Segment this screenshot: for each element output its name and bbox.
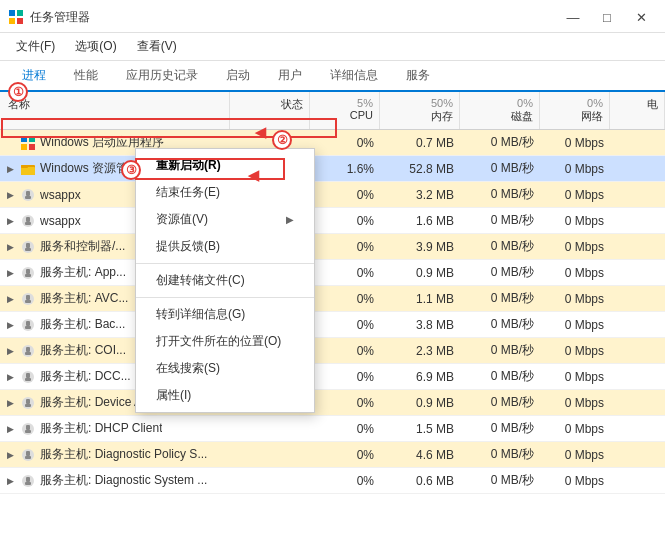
memory-cell: 6.9 MB	[380, 366, 460, 388]
menu-view[interactable]: 查看(V)	[129, 35, 185, 58]
power-cell	[610, 347, 665, 355]
context-menu-item[interactable]: 结束任务(E)	[136, 179, 314, 206]
row-icon	[20, 239, 36, 255]
tab-startup[interactable]: 启动	[212, 61, 264, 92]
context-menu-label: 重新启动(R)	[156, 157, 221, 174]
context-menu-label: 提供反馈(B)	[156, 238, 220, 255]
col-status[interactable]: 状态	[230, 92, 310, 129]
table-row[interactable]: ▶ 服务主机: Bac... 0% 3.8 MB 0 MB/秒 0 Mbps	[0, 312, 665, 338]
table-row[interactable]: ▶ 服务主机: DCC... 0% 6.9 MB 0 MB/秒 0 Mbps	[0, 364, 665, 390]
table-row[interactable]: ▶ 服务主机: Diagnostic System ... 0% 0.6 MB …	[0, 468, 665, 494]
memory-cell: 2.3 MB	[380, 340, 460, 362]
maximize-button[interactable]: □	[591, 6, 623, 28]
power-cell	[610, 425, 665, 433]
close-button[interactable]: ✕	[625, 6, 657, 28]
process-name: wsappx	[40, 214, 81, 228]
expand-arrow[interactable]: ▶	[4, 423, 16, 435]
context-menu: 重新启动(R)结束任务(E)资源值(V)▶提供反馈(B)创建转储文件(C)转到详…	[135, 148, 315, 413]
memory-cell: 4.6 MB	[380, 444, 460, 466]
window-title: 任务管理器	[30, 9, 90, 26]
table-row[interactable]: Windows 启动应用程序 0% 0.7 MB 0 MB/秒 0 Mbps	[0, 130, 665, 156]
context-menu-item[interactable]: 打开文件所在的位置(O)	[136, 328, 314, 355]
expand-arrow[interactable]: ▶	[4, 189, 16, 201]
expand-arrow[interactable]: ▶	[4, 345, 16, 357]
expand-arrow[interactable]: ▶	[4, 397, 16, 409]
svg-rect-22	[25, 274, 31, 277]
memory-cell: 1.6 MB	[380, 210, 460, 232]
context-menu-item[interactable]: 资源值(V)▶	[136, 206, 314, 233]
svg-rect-19	[25, 248, 31, 251]
context-menu-item[interactable]: 重新启动(R)	[136, 152, 314, 179]
network-cell: 0 Mbps	[540, 132, 610, 154]
svg-rect-45	[26, 477, 30, 482]
process-name: 服务和控制器/...	[40, 238, 125, 255]
svg-rect-36	[26, 399, 30, 404]
context-menu-item[interactable]: 在线搜索(S)	[136, 355, 314, 382]
col-power[interactable]: 电	[610, 92, 665, 129]
menu-bar: 文件(F) 选项(O) 查看(V)	[0, 33, 665, 61]
svg-rect-34	[25, 378, 31, 381]
disk-cell: 0 MB/秒	[460, 312, 540, 337]
col-name[interactable]: 名称	[0, 92, 230, 129]
expand-arrow[interactable]: ▶	[4, 241, 16, 253]
col-cpu[interactable]: 5% CPU	[310, 92, 380, 129]
tab-details[interactable]: 详细信息	[316, 61, 392, 92]
expand-arrow[interactable]: ▶	[4, 293, 16, 305]
cpu-cell: 1.6%	[310, 158, 380, 180]
tab-users[interactable]: 用户	[264, 61, 316, 92]
table-row[interactable]: ▶ Windows 资源管理器 1.6% 52.8 MB 0 MB/秒 0 Mb…	[0, 156, 665, 182]
expand-arrow[interactable]: ▶	[4, 163, 16, 175]
table-row[interactable]: ▶ 服务主机: DHCP Client 0% 1.5 MB 0 MB/秒 0 M…	[0, 416, 665, 442]
expand-arrow[interactable]: ▶	[4, 267, 16, 279]
minimize-button[interactable]: —	[557, 6, 589, 28]
expand-arrow[interactable]: ▶	[4, 319, 16, 331]
context-menu-item[interactable]: 转到详细信息(G)	[136, 301, 314, 328]
network-cell: 0 Mbps	[540, 340, 610, 362]
menu-file[interactable]: 文件(F)	[8, 35, 63, 58]
table-body[interactable]: Windows 启动应用程序 0% 0.7 MB 0 MB/秒 0 Mbps ▶…	[0, 130, 665, 544]
context-menu-item[interactable]: 属性(I)	[136, 382, 314, 409]
context-menu-item[interactable]: 提供反馈(B)	[136, 233, 314, 260]
expand-arrow[interactable]: ▶	[4, 215, 16, 227]
context-menu-separator	[136, 263, 314, 264]
col-disk[interactable]: 0% 磁盘	[460, 92, 540, 129]
row-icon	[20, 369, 36, 385]
app-icon	[8, 9, 24, 25]
tab-processes[interactable]: 进程	[8, 61, 60, 92]
network-cell: 0 Mbps	[540, 210, 610, 232]
svg-rect-0	[9, 10, 15, 16]
table-row[interactable]: ▶ wsappx 0% 1.6 MB 0 MB/秒 0 Mbps	[0, 208, 665, 234]
table-row[interactable]: ▶ 服务主机: AVC... 0% 1.1 MB 0 MB/秒 0 Mbps	[0, 286, 665, 312]
power-cell	[610, 165, 665, 173]
table-row[interactable]: ▶ 服务主机: App... 0% 0.9 MB 0 MB/秒 0 Mbps	[0, 260, 665, 286]
tab-app-history[interactable]: 应用历史记录	[112, 61, 212, 92]
network-cell: 0 Mbps	[540, 262, 610, 284]
status-cell	[230, 425, 310, 433]
tab-services[interactable]: 服务	[392, 61, 444, 92]
network-cell: 0 Mbps	[540, 236, 610, 258]
svg-rect-13	[25, 196, 31, 199]
tab-performance[interactable]: 性能	[60, 61, 112, 92]
expand-arrow[interactable]: ▶	[4, 371, 16, 383]
row-icon	[20, 161, 36, 177]
table-row[interactable]: ▶ 服务主机: Device Association ... 0% 0.9 MB…	[0, 390, 665, 416]
main-content: 名称 状态 5% CPU 50% 内存 0% 磁盘 0% 网络 电	[0, 92, 665, 544]
context-menu-label: 属性(I)	[156, 387, 191, 404]
disk-cell: 0 MB/秒	[460, 182, 540, 207]
expand-arrow[interactable]: ▶	[4, 475, 16, 487]
network-cell: 0 Mbps	[540, 288, 610, 310]
col-memory[interactable]: 50% 内存	[380, 92, 460, 129]
process-name: 服务主机: Diagnostic System ...	[40, 472, 207, 489]
table-row[interactable]: ▶ 服务和控制器/... 0% 3.9 MB 0 MB/秒 0 Mbps	[0, 234, 665, 260]
context-menu-item[interactable]: 创建转储文件(C)	[136, 267, 314, 294]
disk-cell: 0 MB/秒	[460, 130, 540, 155]
col-network[interactable]: 0% 网络	[540, 92, 610, 129]
cpu-cell: 0%	[310, 184, 380, 206]
expand-arrow[interactable]: ▶	[4, 449, 16, 461]
table-row[interactable]: ▶ 服务主机: Diagnostic Policy S... 0% 4.6 MB…	[0, 442, 665, 468]
table-row[interactable]: ▶ wsappx 0% 3.2 MB 0 MB/秒 0 Mbps	[0, 182, 665, 208]
menu-options[interactable]: 选项(O)	[67, 35, 124, 58]
table-row[interactable]: ▶ 服务主机: COI... 0% 2.3 MB 0 MB/秒 0 Mbps	[0, 338, 665, 364]
row-icon	[20, 343, 36, 359]
disk-cell: 0 MB/秒	[460, 390, 540, 415]
